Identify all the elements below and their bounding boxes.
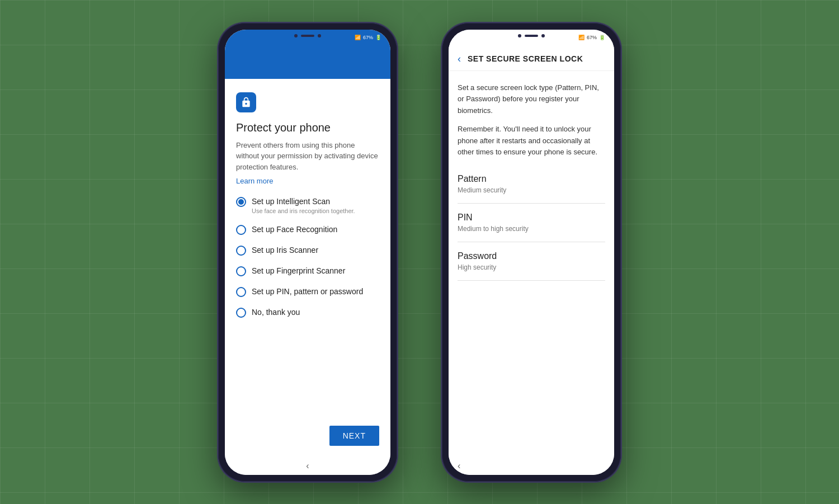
battery-icon: 🔋 xyxy=(375,35,381,40)
phone-2-footer: ‹ xyxy=(449,457,614,475)
battery-icon-2: 🔋 xyxy=(599,35,605,40)
iris-scanner-label: Set up Iris Scanner xyxy=(252,245,318,255)
speaker xyxy=(301,35,314,37)
password-desc: High security xyxy=(458,263,605,271)
intelligent-scan-sublabel: Use face and iris recognition together. xyxy=(252,208,355,214)
radio-fingerprint-scanner[interactable] xyxy=(236,266,246,276)
status-bar-1: 📶 67% 🔋 xyxy=(225,30,390,45)
status-bar-2: 📶 67% 🔋 xyxy=(449,30,614,45)
protect-description: Prevent others from using this phone wit… xyxy=(236,140,379,173)
password-name: Password xyxy=(458,251,605,261)
phone-2-content: Set a secure screen lock type (Pattern, … xyxy=(449,71,614,457)
instruction-text-2: Remember it. You'll need it to unlock yo… xyxy=(458,124,605,158)
protect-title: Protect your phone xyxy=(236,121,379,134)
option-no-thanks[interactable]: No, thank you xyxy=(236,307,379,318)
option-iris-scanner[interactable]: Set up Iris Scanner xyxy=(236,245,379,256)
phone-1-bottom-bar: ‹ xyxy=(225,457,390,475)
phone-1-blue-header xyxy=(225,45,390,79)
phone-2-header: ‹ SET SECURE SCREEN LOCK xyxy=(449,45,614,71)
learn-more-link[interactable]: Learn more xyxy=(236,177,379,185)
option-pin-pattern-password[interactable]: Set up PIN, pattern or password xyxy=(236,286,379,297)
lock-icon xyxy=(241,97,252,108)
security-option-password[interactable]: Password High security xyxy=(458,242,605,281)
wifi-icon-2: 📶 xyxy=(578,35,585,40)
security-option-pattern[interactable]: Pattern Medium security xyxy=(458,165,605,204)
phone-2-screen: 📶 67% 🔋 ‹ SET SECURE SCREEN LOCK Set a s… xyxy=(449,30,614,475)
pin-pattern-label: Set up PIN, pattern or password xyxy=(252,286,363,296)
camera-sensor xyxy=(294,34,298,37)
instruction-text-1: Set a secure screen lock type (Pattern, … xyxy=(458,82,605,117)
phone-1-footer: NEXT xyxy=(225,419,390,457)
radio-face-recognition[interactable] xyxy=(236,225,246,235)
next-button[interactable]: NEXT xyxy=(329,426,379,446)
signal-text: 67% xyxy=(363,35,373,40)
pin-desc: Medium to high security xyxy=(458,225,605,233)
speaker-2 xyxy=(525,35,538,37)
option-face-recognition[interactable]: Set up Face Recognition xyxy=(236,224,379,235)
camera-dot-2 xyxy=(541,34,545,37)
back-arrow-2[interactable]: ‹ xyxy=(458,53,461,65)
status-icons-2: 📶 67% 🔋 xyxy=(578,35,605,40)
phone-1-screen: 📶 67% 🔋 Protect your phone Prevent other… xyxy=(225,30,390,475)
no-thanks-label: No, thank you xyxy=(252,307,300,317)
pin-name: PIN xyxy=(458,213,605,223)
camera-sensor-2 xyxy=(518,34,521,37)
camera-dot xyxy=(318,34,321,37)
option-fingerprint-scanner[interactable]: Set up Fingerprint Scanner xyxy=(236,266,379,276)
radio-pin-pattern-password[interactable] xyxy=(236,287,246,297)
wifi-icon: 📶 xyxy=(355,35,361,40)
radio-intelligent-scan[interactable] xyxy=(236,197,246,207)
fingerprint-scanner-label: Set up Fingerprint Scanner xyxy=(252,266,345,276)
pattern-desc: Medium security xyxy=(458,186,605,194)
lock-icon-container xyxy=(236,92,256,112)
security-option-pin[interactable]: PIN Medium to high security xyxy=(458,204,605,242)
phone-1: 📶 67% 🔋 Protect your phone Prevent other… xyxy=(218,23,397,482)
phone-1-content: Protect your phone Prevent others from u… xyxy=(225,79,390,419)
intelligent-scan-label: Set up Intelligent Scan xyxy=(252,196,355,206)
radio-no-thanks[interactable] xyxy=(236,308,246,318)
face-recognition-label: Set up Face Recognition xyxy=(252,224,337,234)
phone-2: 📶 67% 🔋 ‹ SET SECURE SCREEN LOCK Set a s… xyxy=(442,23,621,482)
signal-text-2: 67% xyxy=(587,35,597,40)
status-icons-1: 📶 67% 🔋 xyxy=(355,35,381,40)
phone-1-back-chevron[interactable]: ‹ xyxy=(306,461,309,471)
option-intelligent-scan[interactable]: Set up Intelligent Scan Use face and iri… xyxy=(236,196,379,214)
phone-2-back-chevron[interactable]: ‹ xyxy=(458,461,460,471)
radio-iris-scanner[interactable] xyxy=(236,246,246,256)
screen-lock-title: SET SECURE SCREEN LOCK xyxy=(468,54,583,63)
pattern-name: Pattern xyxy=(458,174,605,184)
